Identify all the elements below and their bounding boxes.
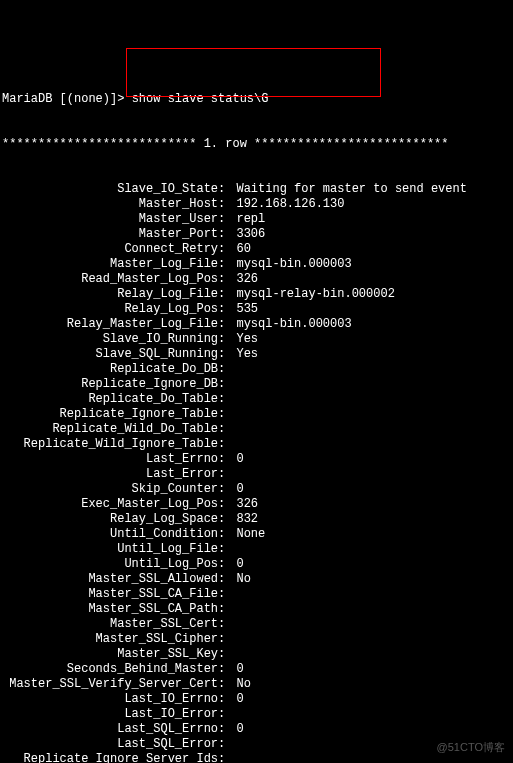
colon: : — [218, 572, 236, 587]
status-label: Master_User — [2, 212, 218, 227]
status-label: Replicate_Do_Table — [2, 392, 218, 407]
status-row: Relay_Log_Pos: 535 — [2, 302, 513, 317]
row-header-suffix: *************************** — [254, 137, 448, 152]
status-row: Replicate_Do_Table: — [2, 392, 513, 407]
status-value: No — [236, 677, 250, 692]
status-value: mysql-relay-bin.000002 — [236, 287, 394, 302]
colon: : — [218, 347, 236, 362]
status-row: Replicate_Ignore_Table: — [2, 407, 513, 422]
status-label: Slave_IO_Running — [2, 332, 218, 347]
status-row: Relay_Log_File: mysql-relay-bin.000002 — [2, 287, 513, 302]
status-value: repl — [236, 212, 265, 227]
status-label: Master_SSL_CA_Path — [2, 602, 218, 617]
colon: : — [218, 707, 236, 722]
status-label: Until_Log_Pos — [2, 557, 218, 572]
status-label: Master_SSL_Verify_Server_Cert — [2, 677, 218, 692]
status-row: Master_Log_File: mysql-bin.000003 — [2, 257, 513, 272]
status-value: mysql-bin.000003 — [236, 257, 351, 272]
colon: : — [218, 542, 236, 557]
status-row: Master_SSL_Verify_Server_Cert: No — [2, 677, 513, 692]
colon: : — [218, 182, 236, 197]
status-row: Replicate_Wild_Ignore_Table: — [2, 437, 513, 452]
status-label: Relay_Log_Space — [2, 512, 218, 527]
colon: : — [218, 677, 236, 692]
colon: : — [218, 302, 236, 317]
status-label: Replicate_Ignore_Table — [2, 407, 218, 422]
status-row: Relay_Master_Log_File: mysql-bin.000003 — [2, 317, 513, 332]
status-value: 0 — [236, 662, 243, 677]
colon: : — [218, 617, 236, 632]
status-row: Exec_Master_Log_Pos: 326 — [2, 497, 513, 512]
status-label: Replicate_Do_DB — [2, 362, 218, 377]
status-value: 832 — [236, 512, 258, 527]
status-label: Until_Condition — [2, 527, 218, 542]
status-label: Master_SSL_Cert — [2, 617, 218, 632]
status-label: Master_Log_File — [2, 257, 218, 272]
status-value: 326 — [236, 272, 258, 287]
colon: : — [218, 662, 236, 677]
colon: : — [218, 257, 236, 272]
status-label: Relay_Log_Pos — [2, 302, 218, 317]
status-row: Until_Log_File: — [2, 542, 513, 557]
status-label: Last_Error — [2, 467, 218, 482]
status-value: 326 — [236, 497, 258, 512]
status-value: 3306 — [236, 227, 265, 242]
colon: : — [218, 482, 236, 497]
status-row: Last_Errno: 0 — [2, 452, 513, 467]
status-label: Master_SSL_Cipher — [2, 632, 218, 647]
status-label: Read_Master_Log_Pos — [2, 272, 218, 287]
status-row: Slave_IO_Running: Yes — [2, 332, 513, 347]
shell-prompt: MariaDB [(none)]> — [2, 92, 124, 107]
status-label: Slave_SQL_Running — [2, 347, 218, 362]
status-label: Skip_Counter — [2, 482, 218, 497]
colon: : — [218, 647, 236, 662]
colon: : — [218, 602, 236, 617]
status-row: Replicate_Ignore_DB: — [2, 377, 513, 392]
colon: : — [218, 242, 236, 257]
colon: : — [218, 212, 236, 227]
status-label: Relay_Log_File — [2, 287, 218, 302]
shell-command[interactable]: show slave status\G — [132, 92, 269, 107]
status-row: Last_IO_Errno: 0 — [2, 692, 513, 707]
status-label: Last_SQL_Errno — [2, 722, 218, 737]
colon: : — [218, 587, 236, 602]
status-label: Master_Host — [2, 197, 218, 212]
colon: : — [218, 392, 236, 407]
colon: : — [218, 557, 236, 572]
colon: : — [218, 512, 236, 527]
colon: : — [218, 722, 236, 737]
colon: : — [218, 467, 236, 482]
status-label: Master_SSL_Key — [2, 647, 218, 662]
status-row: Master_SSL_Cert: — [2, 617, 513, 632]
status-value: 535 — [236, 302, 258, 317]
colon: : — [218, 287, 236, 302]
status-label: Seconds_Behind_Master — [2, 662, 218, 677]
status-value: 60 — [236, 242, 250, 257]
status-row: Until_Log_Pos: 0 — [2, 557, 513, 572]
status-value: Yes — [236, 332, 258, 347]
status-value: Waiting for master to send event — [236, 182, 466, 197]
colon: : — [218, 737, 236, 752]
status-label: Last_IO_Error — [2, 707, 218, 722]
status-label: Replicate_Wild_Do_Table — [2, 422, 218, 437]
colon: : — [218, 632, 236, 647]
colon: : — [218, 227, 236, 242]
status-value: mysql-bin.000003 — [236, 317, 351, 332]
colon: : — [218, 362, 236, 377]
status-row: Connect_Retry: 60 — [2, 242, 513, 257]
status-row: Master_SSL_CA_Path: — [2, 602, 513, 617]
status-row: Master_User: repl — [2, 212, 513, 227]
colon: : — [218, 197, 236, 212]
status-label: Last_SQL_Error — [2, 737, 218, 752]
status-value: No — [236, 572, 250, 587]
status-label: Exec_Master_Log_Pos — [2, 497, 218, 512]
status-value: 0 — [236, 482, 243, 497]
colon: : — [218, 407, 236, 422]
status-row: Slave_IO_State: Waiting for master to se… — [2, 182, 513, 197]
status-row: Skip_Counter: 0 — [2, 482, 513, 497]
status-row: Last_IO_Error: — [2, 707, 513, 722]
colon: : — [218, 692, 236, 707]
status-label: Last_IO_Errno — [2, 692, 218, 707]
colon: : — [218, 752, 236, 763]
row-header: *************************** 1. row *****… — [2, 137, 513, 152]
